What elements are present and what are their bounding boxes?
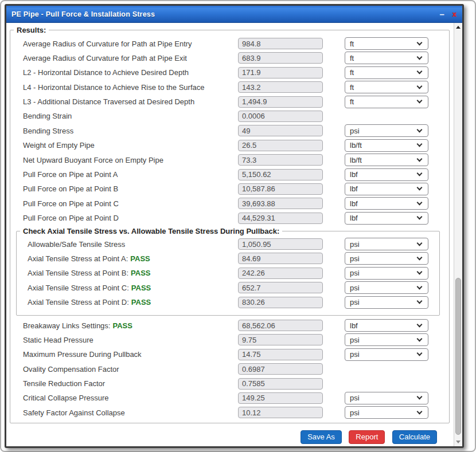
value-field[interactable] bbox=[238, 154, 323, 166]
result-row: Ovality Compensation Factor bbox=[10, 363, 449, 375]
unit-select[interactable]: psi bbox=[345, 238, 428, 250]
unit-select[interactable]: lbf bbox=[345, 212, 428, 225]
row-label: Tensile Reduction Factor bbox=[23, 379, 238, 388]
scrollbar-thumb[interactable] bbox=[455, 278, 461, 435]
status-badge: PASS bbox=[130, 254, 150, 263]
value-field[interactable] bbox=[238, 363, 323, 375]
unit-select[interactable]: ft bbox=[345, 66, 428, 79]
row-label-text: Breakaway Links Settings: bbox=[23, 321, 110, 330]
value-field[interactable] bbox=[238, 38, 323, 49]
unit-select[interactable]: lbf bbox=[345, 168, 428, 181]
value-field[interactable] bbox=[238, 253, 323, 264]
value-field[interactable] bbox=[238, 67, 323, 78]
unit-select-value: psi bbox=[350, 298, 360, 306]
chevron-down-icon bbox=[417, 127, 423, 132]
row-label-text: L2 - Horizontal Distance to Achieve Desi… bbox=[23, 68, 189, 77]
unit-select[interactable]: ft bbox=[345, 96, 428, 108]
unit-select-value: psi bbox=[350, 336, 360, 344]
unit-select[interactable]: psi bbox=[345, 406, 428, 419]
unit-select-value: ft bbox=[350, 54, 354, 62]
value-field[interactable] bbox=[238, 378, 323, 390]
value-field[interactable] bbox=[238, 198, 323, 209]
unit-select[interactable]: lbf bbox=[345, 183, 428, 195]
minimize-button[interactable]: – bbox=[439, 11, 444, 17]
row-label-text: Axial Tensile Stress at Point C: bbox=[28, 284, 129, 292]
unit-select[interactable]: ft bbox=[345, 52, 428, 64]
value-field[interactable] bbox=[238, 213, 323, 224]
unit-select[interactable]: lb/ft bbox=[345, 139, 428, 152]
unit-select[interactable]: ft bbox=[345, 37, 428, 50]
result-row: Pull Force on Pipe at Point Dlbf bbox=[10, 213, 449, 224]
chevron-down-icon bbox=[417, 240, 423, 246]
result-row: L4 - Horizontal Distance to Achieve Rise… bbox=[10, 81, 449, 93]
status-badge: PASS bbox=[131, 298, 151, 306]
value-field[interactable] bbox=[238, 125, 323, 136]
scroll-up-button[interactable] bbox=[454, 23, 462, 32]
unit-select[interactable]: psi bbox=[345, 124, 428, 137]
chevron-down-icon bbox=[417, 83, 423, 89]
row-label-text: Axial Tensile Stress at Point B: bbox=[28, 269, 128, 277]
unit-select-value: lb/ft bbox=[350, 156, 362, 164]
chevron-down-icon bbox=[417, 142, 423, 147]
value-field[interactable] bbox=[238, 140, 323, 151]
result-row: Bending Strain bbox=[10, 111, 449, 122]
row-label: Bending Strain bbox=[23, 112, 238, 120]
unit-select[interactable]: lb/ft bbox=[345, 154, 428, 166]
value-field[interactable] bbox=[238, 52, 323, 64]
save-as-button[interactable]: Save As bbox=[301, 430, 342, 444]
vertical-scrollbar[interactable] bbox=[454, 23, 462, 446]
unit-select[interactable]: psi bbox=[345, 348, 428, 361]
calculate-button[interactable]: Calculate bbox=[392, 430, 437, 444]
value-field[interactable] bbox=[238, 297, 323, 308]
result-row: Static Head Pressurepsi bbox=[10, 334, 449, 345]
report-button[interactable]: Report bbox=[349, 430, 385, 444]
unit-select[interactable]: lbf bbox=[345, 319, 428, 332]
row-label-text: Ovality Compensation Factor bbox=[23, 365, 119, 374]
unit-select[interactable]: psi bbox=[345, 267, 428, 280]
value-field[interactable] bbox=[238, 334, 323, 345]
unit-select-value: lbf bbox=[350, 170, 358, 179]
row-label-text: Average Radius of Curvature for Path at … bbox=[23, 54, 187, 62]
value-field[interactable] bbox=[238, 183, 323, 195]
close-button[interactable]: x bbox=[452, 11, 457, 18]
result-row: Weight of Empty Pipelb/ft bbox=[10, 140, 449, 151]
unit-select[interactable]: psi bbox=[345, 252, 428, 265]
value-field[interactable] bbox=[238, 392, 323, 404]
triangle-down-icon bbox=[456, 441, 461, 443]
chevron-down-icon bbox=[417, 408, 423, 414]
unit-select[interactable]: lbf bbox=[345, 197, 428, 210]
value-field[interactable] bbox=[238, 169, 323, 180]
check-legend: Check Axial Tensile Stress vs. Allowable… bbox=[20, 227, 282, 235]
titlebar[interactable]: PE Pipe - Pull Force & Installation Stre… bbox=[6, 6, 462, 23]
unit-select-placeholder bbox=[345, 378, 428, 390]
unit-select[interactable]: ft bbox=[345, 81, 428, 93]
row-label-text: Weight of Empty Pipe bbox=[23, 141, 95, 150]
row-label-text: Net Upward Buoyant Force on Empty Pipe bbox=[23, 156, 163, 164]
value-field[interactable] bbox=[238, 111, 323, 122]
value-field[interactable] bbox=[238, 407, 323, 418]
row-label: Pull Force on Pipe at Point A bbox=[23, 170, 238, 179]
chevron-down-icon bbox=[417, 255, 423, 261]
chevron-down-icon bbox=[417, 54, 423, 60]
check-rows: Allowable/Safe Tensile StresspsiAxial Te… bbox=[17, 238, 439, 308]
row-label: Average Radius of Curvature for Path at … bbox=[23, 40, 238, 48]
scroll-down-button[interactable] bbox=[454, 438, 462, 446]
value-field[interactable] bbox=[238, 96, 323, 108]
unit-select[interactable]: psi bbox=[345, 392, 428, 404]
unit-select[interactable]: psi bbox=[345, 281, 428, 294]
dialog-window: PE Pipe - Pull Force & Installation Stre… bbox=[5, 4, 464, 448]
unit-select[interactable]: psi bbox=[345, 333, 428, 346]
chevron-down-icon bbox=[417, 298, 423, 304]
value-field[interactable] bbox=[238, 81, 323, 93]
row-label: L2 - Horizontal Distance to Achieve Desi… bbox=[23, 68, 238, 77]
value-field[interactable] bbox=[238, 282, 323, 293]
value-field[interactable] bbox=[238, 238, 323, 250]
value-field[interactable] bbox=[238, 349, 323, 360]
unit-select[interactable]: psi bbox=[345, 296, 428, 309]
value-field[interactable] bbox=[238, 268, 323, 279]
result-row: Allowable/Safe Tensile Stresspsi bbox=[17, 238, 439, 250]
value-field[interactable] bbox=[238, 320, 323, 331]
unit-select-value: lb/ft bbox=[350, 141, 362, 150]
chevron-down-icon bbox=[417, 98, 423, 104]
unit-select-value: lbf bbox=[350, 214, 358, 222]
